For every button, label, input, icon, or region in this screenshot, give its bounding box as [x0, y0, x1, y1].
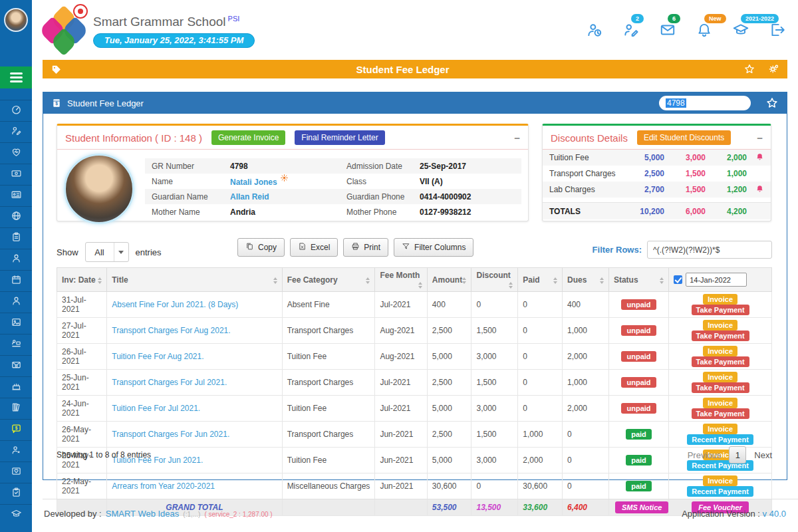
user-avatar[interactable] — [4, 8, 28, 32]
excel-button[interactable]: Excel — [290, 238, 338, 257]
column-header-paid[interactable]: Paid — [518, 268, 563, 292]
totals-discount: 6,000 — [664, 207, 706, 216]
column-header-status[interactable]: Status — [608, 268, 668, 292]
date-filter-input[interactable] — [686, 273, 747, 287]
entries-select[interactable]: All — [85, 242, 129, 262]
sidebar-item-website[interactable] — [0, 206, 32, 227]
sidebar-item-attendance[interactable] — [0, 270, 32, 291]
sidebar-item-exams[interactable] — [0, 483, 32, 504]
fee-title-link[interactable]: Transport Charges For Jun 2021. — [112, 430, 229, 439]
info-value[interactable]: Allan Reid — [230, 192, 340, 201]
date-filter-checkbox[interactable] — [674, 275, 682, 284]
take-payment-button[interactable]: Take Payment — [692, 408, 749, 419]
discounts-title: Discounts Details — [551, 132, 628, 144]
id-card-icon — [11, 189, 22, 203]
generate-invoice-button[interactable]: Generate Invoice — [211, 130, 285, 145]
pagination-previous[interactable]: Previous — [688, 450, 722, 460]
sidebar-item-payroll[interactable] — [0, 355, 32, 376]
invoice-button[interactable]: Invoice — [703, 398, 737, 408]
menu-toggle-button[interactable] — [0, 66, 32, 88]
favorite-star-icon[interactable] — [743, 63, 755, 75]
sidebar-item-classes[interactable] — [0, 334, 32, 355]
sidebar-item-dashboard[interactable] — [0, 100, 32, 121]
column-header-discount[interactable]: Discount — [471, 268, 518, 292]
bell-icon[interactable]: New — [696, 21, 713, 39]
ledger-search-input[interactable]: 4798 — [659, 96, 751, 110]
export-buttons: CopyExcelPrintFilter Columns — [237, 238, 479, 257]
copy-button[interactable]: Copy — [237, 238, 285, 257]
take-payment-button[interactable]: Take Payment — [692, 356, 749, 367]
edit-discounts-button[interactable]: Edit Student Discounts — [637, 130, 731, 145]
fee-title-link[interactable]: Transport Charges For Jul 2021. — [112, 378, 227, 387]
invoice-button[interactable]: Invoice — [703, 372, 737, 382]
column-header-fee-month[interactable]: Fee Month — [375, 268, 427, 292]
fee-title-link[interactable]: Transport Charges For Aug 2021. — [112, 326, 230, 335]
fee-card-icon — [11, 168, 22, 182]
sidebar-item-homework[interactable] — [0, 227, 32, 249]
recent-payment-button[interactable]: Recent Payment — [687, 486, 753, 497]
status-badge: unpaid — [621, 299, 656, 310]
reminder-bell-icon[interactable] — [747, 184, 764, 195]
sidebar-item-alumni[interactable] — [0, 504, 32, 525]
recent-payment-button[interactable]: Recent Payment — [687, 434, 753, 445]
invoice-button[interactable]: Invoice — [703, 294, 737, 305]
take-payment-button[interactable]: Take Payment — [692, 305, 749, 315]
column-header-dues[interactable]: Dues — [563, 268, 609, 292]
fee-title-link[interactable]: Absent Fine For Jun 2021. (8 Days) — [112, 300, 238, 309]
column-header-fee-category[interactable]: Fee Category — [282, 268, 375, 292]
user-clock-icon[interactable] — [586, 21, 603, 39]
sidebar-item-birthdays[interactable] — [0, 376, 32, 398]
parent-icon — [11, 444, 22, 458]
student-info-title: Student Information ( ID : 148 ) — [65, 132, 202, 144]
sidebar-item-fee-cards[interactable] — [0, 164, 32, 185]
user-edit-icon[interactable]: 2 — [622, 21, 640, 39]
sidebar-item-certificates[interactable] — [0, 462, 32, 483]
sidebar-item-id-cards[interactable] — [0, 185, 32, 206]
collapse-icon[interactable] — [757, 132, 763, 144]
developer-link[interactable]: SMART Web Ideas — [106, 509, 180, 519]
info-row: GR Number4798Admission Date25-Sep-2017 — [145, 158, 521, 174]
info-value[interactable]: Natali Jones — [230, 176, 340, 187]
pagination-next[interactable]: Next — [754, 450, 772, 460]
fee-row: 31-Jul-2021Absent Fine For Jun 2021. (8 … — [57, 292, 772, 318]
fee-title-link[interactable]: Arrears from Year 2020-2021 — [112, 481, 215, 491]
settings-gear-icon[interactable] — [767, 63, 779, 75]
take-payment-button[interactable]: Take Payment — [692, 382, 749, 393]
collapse-icon[interactable] — [514, 132, 520, 144]
final-reminder-button[interactable]: Final Reminder Letter — [295, 130, 384, 145]
version-value: v 40.0 — [763, 509, 786, 519]
invoice-button[interactable]: Invoice — [703, 424, 737, 434]
sidebar-item-parents[interactable] — [0, 440, 32, 462]
header-badge: 6 — [668, 14, 680, 23]
status-badge: paid — [626, 429, 652, 440]
invoice-button[interactable]: Invoice — [703, 320, 737, 331]
developed-by-label: Developed by : — [44, 509, 102, 519]
sidebar-item-gallery[interactable] — [0, 313, 32, 334]
sidebar-item-library[interactable] — [0, 398, 32, 419]
sidebar-item-health[interactable] — [0, 142, 32, 164]
invoice-button[interactable]: Invoice — [703, 346, 737, 356]
panel-title: Student Fee Ledger — [67, 98, 144, 108]
sidebar-item-fee-ledger[interactable]: $ — [0, 419, 32, 440]
logout-icon[interactable] — [769, 21, 786, 39]
column-header-inv-date[interactable]: Inv: Date — [57, 268, 107, 292]
column-header-title[interactable]: Title — [107, 268, 282, 292]
filter-columns-button[interactable]: Filter Columns — [394, 238, 473, 257]
take-payment-button[interactable]: Take Payment — [692, 331, 749, 341]
sidebar-item-admissions[interactable] — [0, 121, 32, 142]
student-info-card: Student Information ( ID : 148 ) Generat… — [57, 124, 529, 221]
sidebar-item-staff[interactable] — [0, 291, 32, 313]
table-controls: Show All entries CopyExcelPrintFilter Co… — [57, 238, 772, 262]
reminder-bell-icon[interactable] — [747, 152, 764, 163]
column-header-amount[interactable]: Amount — [427, 268, 471, 292]
panel-star-icon[interactable] — [765, 96, 779, 110]
session-icon[interactable]: 2021-2022 — [732, 21, 749, 39]
filter-rows-input[interactable] — [647, 241, 772, 259]
invoice-button[interactable]: Invoice — [703, 475, 737, 486]
pagination-page-1[interactable]: 1 — [729, 446, 746, 464]
print-button[interactable]: Print — [343, 238, 388, 257]
fee-title-link[interactable]: Tuition Fee For Aug 2021. — [112, 352, 203, 361]
sidebar-item-students[interactable] — [0, 249, 32, 270]
fee-title-link[interactable]: Tuition Fee For Jul 2021. — [112, 404, 200, 413]
mail-icon[interactable]: 6 — [659, 21, 676, 39]
